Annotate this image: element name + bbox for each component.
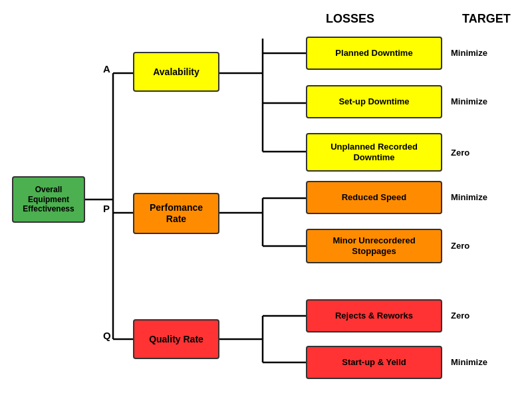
rejects-label: Rejects & Reworks <box>335 311 413 321</box>
reduced-speed-box: Reduced Speed <box>306 181 442 214</box>
planned-downtime-target: Minimize <box>451 48 487 58</box>
availability-label: Avalability <box>153 66 200 78</box>
quality-box: Quality Rate <box>133 319 219 359</box>
startup-label: Start-up & Yeild <box>342 357 406 368</box>
minor-stoppages-target: Zero <box>451 241 469 251</box>
quality-label: Quality Rate <box>149 334 203 345</box>
losses-header: LOSSES <box>326 12 374 26</box>
root-label: OverallEquipmentEffectiveness <box>23 185 74 213</box>
letter-a: A <box>103 63 110 74</box>
reduced-speed-target: Minimize <box>451 192 487 202</box>
performance-label: PerfomanceRate <box>150 202 203 225</box>
setup-downtime-box: Set-up Downtime <box>306 85 442 118</box>
availability-box: Avalability <box>133 52 219 92</box>
reduced-speed-label: Reduced Speed <box>342 192 407 203</box>
minor-stoppages-box: Minor UnrecorderedStoppages <box>306 229 442 263</box>
unplanned-downtime-box: Unplanned RecordedDowntime <box>306 133 442 172</box>
planned-downtime-label: Planned Downtime <box>335 48 412 59</box>
startup-target: Minimize <box>451 357 487 367</box>
performance-box: PerfomanceRate <box>133 193 219 234</box>
letter-p: P <box>103 203 110 214</box>
minor-stoppages-label: Minor UnrecorderedStoppages <box>332 235 415 256</box>
unplanned-downtime-label: Unplanned RecordedDowntime <box>331 142 418 162</box>
letter-q: Q <box>103 330 111 341</box>
root-box: OverallEquipmentEffectiveness <box>12 176 85 223</box>
diagram: LOSSES TARGET <box>0 0 532 399</box>
target-header: TARGET <box>462 12 511 26</box>
planned-downtime-box: Planned Downtime <box>306 37 442 70</box>
setup-downtime-label: Set-up Downtime <box>338 96 409 107</box>
unplanned-downtime-target: Zero <box>451 148 469 158</box>
rejects-target: Zero <box>451 311 469 321</box>
startup-box: Start-up & Yeild <box>306 346 442 379</box>
rejects-box: Rejects & Reworks <box>306 299 442 332</box>
setup-downtime-target: Minimize <box>451 96 487 106</box>
